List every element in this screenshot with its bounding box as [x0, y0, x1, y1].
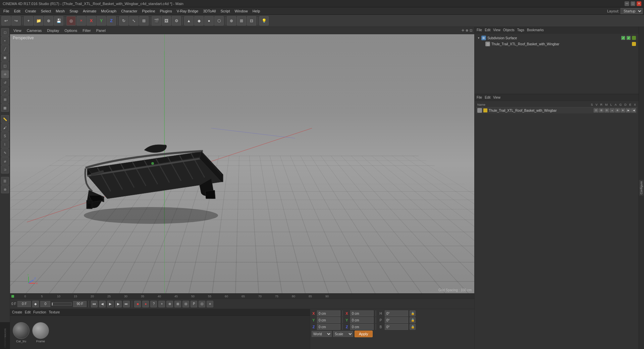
sidebar-rotate-tool[interactable]: ↺ — [1, 79, 9, 87]
timeline-settings-6[interactable]: ≡ — [207, 301, 213, 307]
menu-file[interactable]: File — [1, 8, 11, 14]
prev-frame-button[interactable]: ◀ — [99, 301, 106, 307]
maximize-button[interactable]: □ — [631, 1, 635, 6]
attr-menu-view[interactable]: View — [493, 96, 500, 99]
menu-mograph[interactable]: MoGraph — [99, 8, 118, 14]
viewport-menu-panel[interactable]: Panel — [95, 28, 107, 33]
om-menu-view[interactable]: View — [493, 28, 500, 32]
apply-button[interactable]: Apply — [355, 331, 373, 337]
menu-pipeline[interactable]: Pipeline — [140, 8, 157, 14]
menu-character[interactable]: Character — [119, 8, 139, 14]
sidebar-edge-mode[interactable]: ╱ — [1, 45, 9, 53]
stop-button[interactable]: ■ — [134, 301, 141, 307]
coord-x-pos-input[interactable] — [317, 310, 340, 316]
timeline-position-marker[interactable] — [11, 295, 14, 298]
menu-select[interactable]: Select — [39, 8, 53, 14]
grid-button[interactable]: ⊟ — [247, 16, 256, 26]
edge-tool[interactable]: ◆ — [194, 16, 204, 26]
scale-tool[interactable]: ⤡ — [129, 16, 139, 26]
undo-button[interactable]: ↩ — [1, 16, 11, 26]
object-tool[interactable]: ⬡ — [214, 16, 224, 26]
tab-configure[interactable]: Configure — [639, 180, 644, 196]
sidebar-fx[interactable]: ⊛ — [1, 185, 9, 193]
attr-menu-file[interactable]: File — [477, 96, 482, 99]
menu-plugins[interactable]: Plugins — [158, 8, 174, 14]
menu-create[interactable]: Create — [23, 8, 38, 14]
render-settings[interactable]: ⚙ — [172, 16, 181, 26]
om-menu-bookmarks[interactable]: Bookmarks — [527, 28, 544, 32]
viewport-menu-filter[interactable]: Filter — [81, 28, 92, 33]
sidebar-spline[interactable]: ⌇ — [1, 140, 9, 148]
axis-orient[interactable]: ⊞ — [237, 16, 246, 26]
coord-y-pos-input[interactable] — [317, 317, 340, 323]
end-frame-input[interactable] — [73, 301, 87, 307]
motion-path[interactable]: + — [158, 301, 165, 307]
sidebar-point-mode[interactable]: • — [1, 37, 9, 45]
menu-vray[interactable]: V-Ray Bridge — [175, 8, 201, 14]
om-menu-file[interactable]: File — [477, 28, 482, 32]
rotate-tool[interactable]: ↻ — [119, 16, 128, 26]
attr-menu-edit[interactable]: Edit — [485, 96, 490, 99]
om-expand-subdiv[interactable]: ▼ — [477, 37, 480, 40]
coord-x-size-input[interactable] — [350, 310, 374, 316]
redo-button[interactable]: ↪ — [11, 16, 21, 26]
menu-script[interactable]: Script — [218, 8, 232, 14]
sidebar-scale-tool[interactable]: ⤢ — [1, 87, 9, 95]
sidebar-knife[interactable]: ⌀ — [1, 157, 9, 165]
material-frame[interactable]: Frame — [32, 322, 49, 343]
axis-y-button[interactable]: Y — [97, 16, 106, 26]
attr-icon-3[interactable]: ⊟ — [604, 108, 609, 112]
keyframe-button[interactable]: ◆ — [32, 301, 39, 307]
sidebar-texture-mode[interactable]: ◫ — [1, 62, 9, 70]
mat-menu-function[interactable]: Function — [33, 310, 46, 314]
attr-icon-4[interactable]: ≡ — [610, 108, 614, 112]
timeline[interactable]: 0 5 10 15 20 25 30 35 40 45 50 55 60 65 … — [10, 293, 474, 299]
coord-y-size-input[interactable] — [350, 317, 374, 323]
menu-help[interactable]: Help — [251, 8, 262, 14]
coord-z-size-input[interactable] — [350, 324, 374, 330]
merge-button[interactable]: ⊕ — [44, 16, 53, 26]
viewport-icon-maximize[interactable]: ⊡ — [470, 29, 472, 32]
om-row-object[interactable]: ◻ Thule_Trail_XTL_Roof_Basket_with_Wingb… — [480, 41, 637, 47]
coord-b-input[interactable] — [385, 324, 408, 330]
viewport-icon-orient[interactable]: ⊕ — [466, 29, 468, 32]
coord-lock-z[interactable]: 🔒 — [410, 324, 416, 330]
viewport-menu-cameras[interactable]: Cameras — [25, 28, 43, 33]
attr-icon-8[interactable]: ◀ — [631, 108, 636, 112]
axis-x-button[interactable]: X — [87, 16, 96, 26]
menu-snap[interactable]: Snap — [67, 8, 80, 14]
viewport-icon-move[interactable]: ✛ — [462, 29, 464, 32]
timeline-scrubber[interactable] — [52, 302, 72, 306]
play-button[interactable]: ▶ — [107, 301, 114, 307]
sidebar-measure[interactable]: 📏 — [1, 115, 9, 123]
attr-icon-6[interactable]: ⊗ — [621, 108, 625, 112]
goto-start-button[interactable]: ⏮ — [91, 301, 98, 307]
mat-menu-texture[interactable]: Texture — [49, 310, 60, 314]
timeline-settings-3[interactable]: ⊟ — [182, 301, 189, 307]
light-button[interactable]: 💡 — [259, 16, 269, 26]
attr-icon-1[interactable]: ⊡ — [594, 108, 598, 112]
viewport-menu-options[interactable]: Options — [63, 28, 78, 33]
timeline-settings-2[interactable]: ⊞ — [174, 301, 181, 307]
sidebar-polygon-mode[interactable]: ▣ — [1, 53, 9, 61]
om-check-subdiv-2[interactable]: ✓ — [627, 36, 631, 40]
sidebar-layers[interactable]: ☰ — [1, 177, 9, 185]
om-menu-tags[interactable]: Tags — [517, 28, 524, 32]
coord-z-pos-input[interactable] — [317, 324, 340, 330]
coord-world-dropdown[interactable]: World Object — [312, 331, 332, 337]
mat-menu-edit[interactable]: Edit — [25, 310, 31, 314]
om-menu-edit[interactable]: Edit — [485, 28, 490, 32]
om-row-subdivision[interactable]: ▼ ⊞ Subdivision Surface ✓ ✓ — [476, 35, 637, 41]
select-tool[interactable]: ◎ — [66, 16, 76, 26]
render-to-picture[interactable]: 🖼 — [162, 16, 171, 26]
new-button[interactable]: + — [24, 16, 33, 26]
record-button[interactable]: ● — [142, 301, 149, 307]
move-tool[interactable]: ✕ — [76, 16, 86, 26]
axis-z-button[interactable]: Z — [107, 16, 116, 26]
sidebar-live-select[interactable]: ▦ — [1, 104, 9, 112]
sidebar-magnet[interactable]: ⊃ — [1, 165, 9, 173]
snap-button[interactable]: ⊕ — [227, 16, 236, 26]
point-tool[interactable]: ● — [204, 16, 214, 26]
frame-input[interactable] — [17, 301, 31, 307]
attr-object-row[interactable]: Thule_Trail_XTL_Roof_Basket_with_Wingbar… — [476, 107, 637, 113]
